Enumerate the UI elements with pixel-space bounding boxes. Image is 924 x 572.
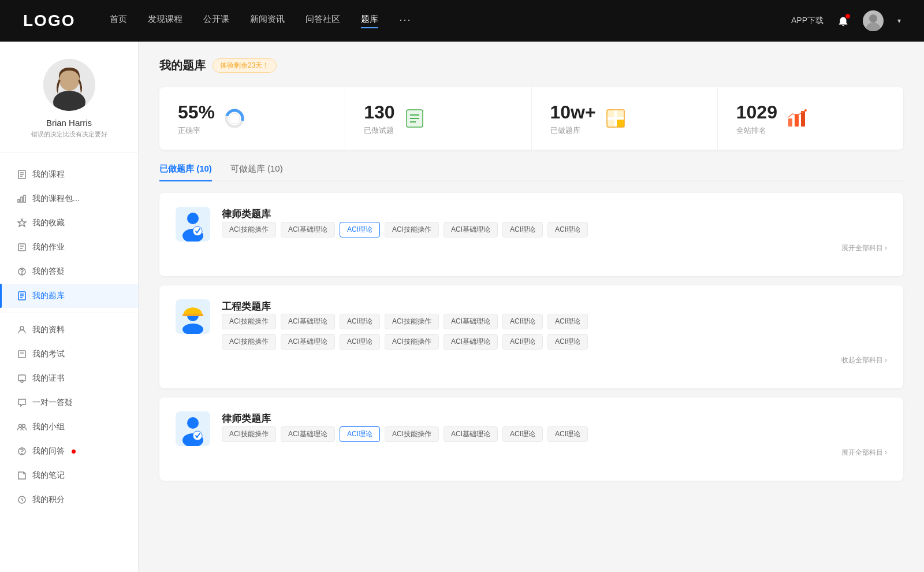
sidebar-label-answers: 我的问答: [32, 446, 65, 456]
tag[interactable]: ACI理论: [340, 334, 380, 350]
tag[interactable]: ACI技能操作: [385, 314, 439, 329]
stat-accuracy-text: 55% 正确率: [178, 101, 215, 136]
tag[interactable]: ACI基础理论: [444, 222, 498, 237]
sidebar-label-materials: 我的资料: [32, 325, 65, 335]
tag[interactable]: ACI理论: [340, 314, 380, 329]
tag[interactable]: ACI理论: [502, 314, 543, 329]
bank-tags-2-row2: ACI技能操作 ACI基础理论 ACI理论 ACI技能操作 ACI基础理论 AC…: [222, 334, 887, 350]
sidebar-item-one-to-one[interactable]: 一对一答疑: [0, 391, 138, 415]
stat-rank-value: 1029: [736, 101, 777, 123]
tag[interactable]: ACI技能操作: [385, 426, 439, 442]
tag[interactable]: ACI基础理论: [281, 426, 335, 442]
pie-chart-icon: [224, 108, 245, 129]
sidebar: Brian Harris 错误的决定比没有决定要好 我的课程 我的课程包...: [0, 42, 139, 572]
stat-done: 130 已做试题: [345, 87, 531, 150]
list-doc-icon: [404, 108, 425, 129]
sidebar-label-qa: 我的答疑: [32, 266, 65, 277]
logo[interactable]: LOGO: [23, 12, 75, 30]
stat-done-value: 130: [364, 101, 394, 123]
app-download-button[interactable]: APP下载: [791, 16, 824, 26]
navbar: LOGO 首页 发现课程 公开课 新闻资讯 问答社区 题库 ··· APP下载 …: [0, 0, 924, 42]
nav-quiz[interactable]: 题库: [361, 14, 378, 28]
svg-rect-24: [18, 351, 25, 358]
nav-opencourse[interactable]: 公开课: [203, 14, 229, 28]
tag[interactable]: ACI技能操作: [385, 222, 439, 237]
sidebar-item-exams[interactable]: 我的考试: [0, 342, 138, 366]
sidebar-label-notes: 我的笔记: [32, 470, 65, 481]
tag[interactable]: ACI基础理论: [444, 426, 498, 442]
sidebar-item-packages[interactable]: 我的课程包...: [0, 187, 138, 211]
tag[interactable]: ACI理论: [502, 222, 543, 237]
tag[interactable]: ACI技能操作: [222, 314, 276, 329]
tag[interactable]: ACI理论: [547, 222, 588, 237]
sidebar-item-homework[interactable]: 我的作业: [0, 235, 138, 259]
stats-row: 55% 正确率 130 已做试题: [159, 87, 903, 150]
svg-rect-12: [24, 195, 25, 202]
expand-link-3[interactable]: 展开全部科目 ›: [222, 448, 887, 458]
tag[interactable]: ACI技能操作: [222, 222, 276, 237]
tag[interactable]: ACI理论: [502, 334, 543, 350]
sidebar-item-answers[interactable]: 我的问答: [0, 439, 138, 463]
svg-rect-43: [607, 120, 614, 127]
svg-point-29: [23, 425, 25, 428]
stat-total-value: 10w+: [550, 101, 596, 123]
collapse-link-2[interactable]: 收起全部科目 ›: [222, 355, 887, 365]
sidebar-item-certificates[interactable]: 我的证书: [0, 366, 138, 391]
star-icon: [17, 218, 27, 228]
page-title: 我的题库: [159, 58, 206, 73]
sidebar-item-materials[interactable]: 我的资料: [0, 318, 138, 342]
sidebar-item-courses[interactable]: 我的课程: [0, 162, 138, 187]
tag-active[interactable]: ACI理论: [340, 426, 380, 442]
tab-available-banks[interactable]: 可做题库 (10): [230, 164, 283, 180]
tag[interactable]: ACI基础理论: [281, 334, 335, 350]
svg-rect-47: [795, 114, 799, 127]
stat-accuracy: 55% 正确率: [159, 87, 345, 150]
nav-discover[interactable]: 发现课程: [148, 14, 182, 28]
avatar[interactable]: [863, 10, 884, 31]
tag[interactable]: ACI基础理论: [281, 222, 335, 237]
stat-total-label: 已做题库: [550, 125, 596, 136]
bank-card-header-2: 工程类题库 ACI技能操作 ACI基础理论 ACI理论 ACI技能操作 ACI基…: [176, 299, 887, 366]
bank-title-2: 工程类题库: [222, 299, 887, 314]
sidebar-item-points[interactable]: 我的积分: [0, 488, 138, 512]
bank-tags-2-row1: ACI技能操作 ACI基础理论 ACI理论 ACI技能操作 ACI基础理论 AC…: [222, 314, 887, 329]
nav-qa[interactable]: 问答社区: [305, 14, 340, 28]
svg-point-31: [22, 454, 23, 454]
page-layout: Brian Harris 错误的决定比没有决定要好 我的课程 我的课程包...: [0, 42, 924, 572]
sidebar-item-groups[interactable]: 我的小组: [0, 415, 138, 439]
expand-link-1[interactable]: 展开全部科目 ›: [222, 243, 887, 253]
sidebar-item-notes[interactable]: 我的笔记: [0, 463, 138, 488]
tag[interactable]: ACI基础理论: [444, 314, 498, 329]
sidebar-label-courses: 我的课程: [32, 169, 65, 180]
sidebar-item-qa[interactable]: 我的答疑: [0, 259, 138, 284]
svg-rect-10: [18, 199, 20, 202]
nav-home[interactable]: 首页: [110, 14, 127, 28]
sidebar-item-favorites[interactable]: 我的收藏: [0, 211, 138, 235]
tag[interactable]: ACI理论: [547, 426, 588, 442]
stat-total-text: 10w+ 已做题库: [550, 101, 596, 136]
bank-card-lawyer-1: 律师类题库 ACI技能操作 ACI基础理论 ACI理论 ACI技能操作 ACI基…: [159, 193, 903, 276]
sidebar-label-points: 我的积分: [32, 495, 65, 505]
sidebar-label-certificates: 我的证书: [32, 373, 65, 384]
tag[interactable]: ACI基础理论: [281, 314, 335, 329]
svg-rect-41: [607, 110, 614, 117]
tag[interactable]: ACI技能操作: [222, 334, 276, 350]
tab-done-banks[interactable]: 已做题库 (10): [159, 164, 212, 180]
tag[interactable]: ACI基础理论: [444, 334, 498, 350]
tag-active[interactable]: ACI理论: [340, 222, 380, 237]
tag[interactable]: ACI理论: [502, 426, 543, 442]
tag[interactable]: ACI技能操作: [222, 426, 276, 442]
nav-more[interactable]: ···: [399, 14, 411, 28]
sidebar-label-homework: 我的作业: [32, 242, 65, 252]
tabs-row: 已做题库 (10) 可做题库 (10): [159, 164, 903, 181]
nav-news[interactable]: 新闻资讯: [250, 14, 285, 28]
notification-bell-icon[interactable]: [835, 13, 851, 29]
stat-rank-label: 全站排名: [736, 125, 777, 136]
avatar-dropdown-chevron-icon[interactable]: ▾: [897, 17, 901, 25]
tag[interactable]: ACI理论: [547, 334, 588, 350]
tag[interactable]: ACI理论: [547, 314, 588, 329]
bank-title-1: 律师类题库: [222, 207, 887, 222]
tag[interactable]: ACI技能操作: [385, 334, 439, 350]
stat-accuracy-label: 正确率: [178, 125, 215, 136]
sidebar-item-quiz[interactable]: 我的题库: [0, 284, 138, 308]
